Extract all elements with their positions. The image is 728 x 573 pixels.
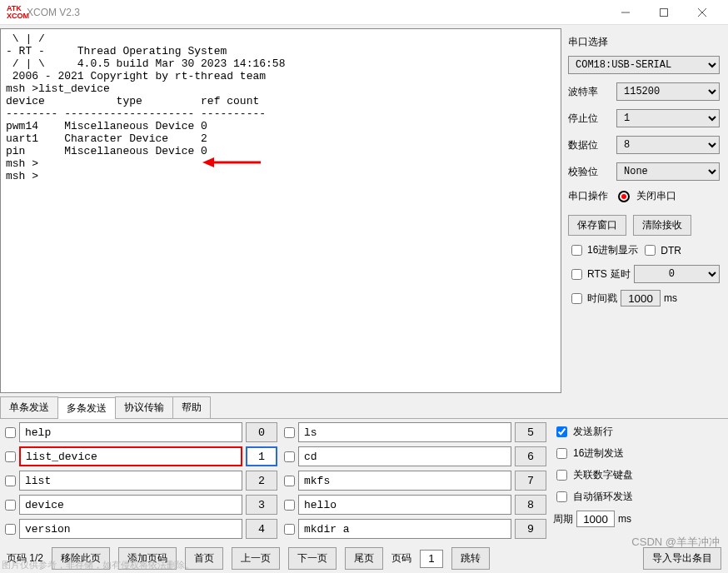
titlebar: ATKXCOM XCOM V2.3 — [0, 0, 728, 25]
save-window-button[interactable]: 保存窗口 — [568, 215, 626, 236]
cmd-row: 2 — [5, 471, 277, 491]
cmd-checkbox[interactable] — [284, 524, 295, 535]
numpad-checkbox[interactable]: 关联数字键盘 — [553, 467, 633, 483]
cmd-checkbox[interactable] — [5, 476, 16, 486]
cmd-send-button[interactable]: 8 — [515, 495, 546, 515]
rts-checkbox[interactable]: RTS — [568, 267, 607, 282]
delay-select[interactable]: 0 — [634, 265, 720, 283]
cmd-send-button[interactable]: 5 — [515, 422, 546, 442]
tab-single-send[interactable]: 单条发送 — [0, 396, 58, 418]
cmd-row: 1 — [5, 446, 277, 466]
cmd-send-button[interactable]: 9 — [515, 519, 546, 539]
ms-label: ms — [664, 292, 677, 304]
tab-protocol[interactable]: 协议传输 — [115, 396, 173, 418]
app-icon: ATKXCOM — [7, 5, 22, 20]
cmd-send-button[interactable]: 0 — [246, 422, 277, 442]
serial-title: 串口选择 — [568, 35, 720, 49]
parity-label: 校验位 — [568, 165, 611, 179]
tab-help[interactable]: 帮助 — [172, 396, 211, 418]
hex-display-checkbox[interactable]: 16进制显示 — [568, 242, 638, 258]
cmd-column-left: 01234 — [5, 422, 277, 539]
cmd-input[interactable] — [298, 446, 511, 466]
window-controls — [606, 0, 721, 25]
cmd-row: 4 — [5, 519, 277, 539]
hex-send-checkbox[interactable]: 16进制发送 — [553, 446, 633, 461]
cmd-input[interactable] — [19, 446, 242, 466]
svg-rect-1 — [661, 8, 668, 16]
parity-select[interactable]: None — [616, 162, 720, 181]
cmd-checkbox[interactable] — [5, 427, 16, 438]
cmd-input[interactable] — [298, 422, 511, 442]
cmd-row: 7 — [284, 471, 546, 491]
page-num-input[interactable] — [420, 550, 443, 568]
stop-select[interactable]: 1 — [616, 109, 720, 127]
baud-select[interactable]: 115200 — [616, 82, 720, 101]
data-bits-select[interactable]: 8 — [616, 136, 720, 154]
cmd-row: 5 — [284, 422, 546, 442]
auto-loop-checkbox[interactable]: 自动循环发送 — [553, 489, 633, 505]
cmd-checkbox[interactable] — [284, 500, 295, 511]
cmd-send-button[interactable]: 6 — [515, 446, 546, 466]
cmd-send-button[interactable]: 2 — [246, 471, 277, 491]
data-bits-label: 数据位 — [568, 138, 611, 152]
operation-label: 串口操作 — [568, 189, 611, 203]
cmd-row: 9 — [284, 519, 546, 539]
jump-button[interactable]: 跳转 — [451, 547, 490, 570]
cmd-send-button[interactable]: 4 — [246, 519, 277, 539]
period-ms: ms — [618, 513, 631, 525]
prev-page-button[interactable]: 上一页 — [232, 547, 280, 570]
send-options: 发送新行 16进制发送 关联数字键盘 自动循环发送 周期 ms — [553, 422, 633, 539]
multi-send-panel: 01234 56789 发送新行 16进制发送 关联数字键盘 自动循环发送 周期… — [0, 419, 728, 542]
import-export-button[interactable]: 导入导出条目 — [643, 547, 721, 570]
record-icon — [618, 191, 630, 202]
cmd-send-button[interactable]: 3 — [246, 495, 277, 515]
cmd-send-button[interactable]: 7 — [515, 471, 546, 491]
cmd-input[interactable] — [298, 495, 511, 515]
window-title: XCOM V2.3 — [27, 7, 606, 18]
cmd-checkbox[interactable] — [5, 524, 16, 535]
cmd-input[interactable] — [19, 519, 242, 539]
dtr-checkbox[interactable]: DTR — [641, 242, 681, 258]
serial-panel: 串口选择 COM18:USB-SERIAL 波特率 115200 停止位 1 数… — [561, 25, 728, 396]
cmd-input[interactable] — [298, 519, 511, 539]
cmd-checkbox[interactable] — [284, 427, 295, 438]
cmd-input[interactable] — [19, 495, 242, 515]
close-button[interactable] — [683, 0, 721, 25]
cmd-input[interactable] — [19, 422, 242, 442]
timestamp-checkbox[interactable]: 时间戳 — [568, 291, 617, 306]
period-label: 周期 — [553, 512, 573, 526]
terminal-wrap: \ | / - RT - Thread Operating System / |… — [0, 25, 561, 396]
minimize-button[interactable] — [606, 0, 645, 25]
period-input[interactable] — [576, 511, 615, 527]
cmd-checkbox[interactable] — [5, 500, 16, 511]
cmd-row: 3 — [5, 495, 277, 515]
cmd-input[interactable] — [19, 471, 242, 491]
next-page-button[interactable]: 下一页 — [288, 547, 337, 570]
cmd-checkbox[interactable] — [284, 476, 295, 486]
terminal-output[interactable]: \ | / - RT - Thread Operating System / |… — [0, 28, 561, 393]
page-num-label: 页码 — [391, 551, 411, 566]
footnote: 图片仅供参考，非存储，如有侵权将依法删除。 — [2, 559, 194, 571]
port-select[interactable]: COM18:USB-SERIAL — [568, 56, 720, 74]
cmd-row: 0 — [5, 422, 277, 442]
main-area: \ | / - RT - Thread Operating System / |… — [0, 25, 728, 396]
delay-label: 延时 — [611, 267, 631, 282]
timestamp-interval[interactable] — [621, 290, 661, 306]
send-tabs: 单条发送 多条发送 协议传输 帮助 — [0, 396, 728, 419]
close-port-button[interactable]: 关闭串口 — [636, 189, 676, 203]
cmd-send-button[interactable]: 1 — [246, 446, 277, 466]
cmd-row: 6 — [284, 446, 546, 466]
tab-multi-send[interactable]: 多条发送 — [57, 397, 116, 419]
stop-label: 停止位 — [568, 112, 611, 126]
baud-label: 波特率 — [568, 85, 611, 99]
maximize-button[interactable] — [645, 0, 683, 25]
cmd-checkbox[interactable] — [5, 451, 16, 462]
clear-receive-button[interactable]: 清除接收 — [633, 215, 691, 236]
cmd-checkbox[interactable] — [284, 451, 295, 462]
cmd-column-right: 56789 — [284, 422, 546, 539]
cmd-input[interactable] — [298, 471, 511, 491]
send-newline-checkbox[interactable]: 发送新行 — [553, 424, 633, 440]
cmd-row: 8 — [284, 495, 546, 515]
last-page-button[interactable]: 尾页 — [345, 547, 383, 570]
